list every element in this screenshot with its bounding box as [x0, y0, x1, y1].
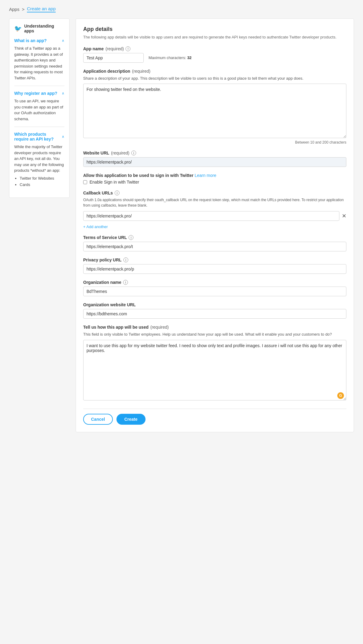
- allow-signin-section: Allow this application to be used to sig…: [83, 173, 346, 184]
- sidebar-section-title-2: Why register an app?: [14, 91, 57, 96]
- description-required: (required): [132, 69, 151, 74]
- chevron-up-icon-1: ∧: [62, 38, 64, 43]
- sidebar-section-header-1[interactable]: What is an app? ∧: [14, 38, 64, 43]
- list-item-cards: Cards: [20, 182, 64, 188]
- sidebar: 🐦 Understanding apps What is an app? ∧ T…: [9, 18, 70, 198]
- sidebar-header: 🐦 Understanding apps: [14, 24, 64, 33]
- website-url-input[interactable]: [83, 157, 346, 167]
- description-char-hint: Between 10 and 200 characters: [83, 140, 346, 144]
- section-subtitle: The following app details will be visibl…: [83, 34, 346, 40]
- allow-signin-title: Allow this application to be used to sig…: [83, 173, 346, 178]
- chevron-up-icon-3: ∧: [62, 134, 64, 139]
- field-group-org-name: Organization name i: [83, 280, 346, 296]
- app-name-input-wrap: Maximum characters: 32: [83, 53, 346, 63]
- app-name-required: (required): [106, 46, 124, 51]
- privacy-label: Privacy policy URL i: [83, 257, 346, 262]
- enable-signin-row: Enable Sign in with Twitter: [83, 180, 346, 184]
- description-hint: Share a description of your app. This de…: [83, 75, 346, 81]
- breadcrumb-separator: >: [22, 7, 25, 12]
- sidebar-section-header-2[interactable]: Why register an app? ∧: [14, 91, 64, 96]
- breadcrumb-apps[interactable]: Apps: [9, 7, 19, 12]
- chevron-up-icon-2: ∧: [62, 91, 64, 95]
- sidebar-section-title-3: Which products require an API key?: [14, 132, 62, 141]
- callback-label: Callback URLs i: [83, 191, 346, 195]
- org-name-input[interactable]: [83, 287, 346, 296]
- allow-signin-learn-more[interactable]: Learn more: [195, 173, 216, 178]
- tos-url-input[interactable]: [83, 242, 346, 251]
- callback-info-icon[interactable]: i: [115, 191, 119, 195]
- sidebar-section-why-register: Why register an app? ∧ To use an API, we…: [14, 91, 64, 122]
- grammarly-icon: G: [337, 392, 344, 399]
- clear-callback-icon[interactable]: ✕: [342, 213, 346, 219]
- app-name-label: App name (required) i: [83, 46, 346, 51]
- app-name-info-icon[interactable]: i: [126, 46, 130, 51]
- website-url-info-icon[interactable]: i: [131, 151, 136, 155]
- tell-us-hint: This field is only visible to Twitter em…: [83, 331, 346, 337]
- tos-info-icon[interactable]: i: [129, 235, 133, 240]
- tell-us-label-row: Tell us how this app will be used (requi…: [83, 325, 346, 330]
- page-wrapper: Apps > Create an app 🐦 Understanding app…: [0, 0, 363, 644]
- sidebar-section-content-2: To use an API, we require you create an …: [14, 98, 64, 122]
- description-label: Application description (required): [83, 69, 346, 74]
- app-name-input[interactable]: [83, 53, 144, 63]
- callback-description: OAuth 1.0a applications should specify t…: [83, 197, 346, 208]
- website-url-required: (required): [111, 151, 129, 155]
- breadcrumb-current: Create an app: [27, 6, 56, 12]
- main-layout: 🐦 Understanding apps What is an app? ∧ T…: [9, 18, 354, 432]
- sidebar-section-which-products: Which products require an API key? ∧ Whi…: [14, 132, 64, 188]
- section-title: App details: [83, 26, 346, 32]
- field-group-tell-us: Tell us how this app will be used (requi…: [83, 325, 346, 401]
- org-website-label: Organization website URL: [83, 302, 346, 307]
- privacy-info-icon[interactable]: i: [123, 257, 128, 262]
- field-group-tos: Terms of Service URL i: [83, 235, 346, 251]
- twitter-bird-icon: 🐦: [14, 25, 22, 32]
- sidebar-section-title-1: What is an app?: [14, 38, 47, 43]
- org-name-label: Organization name i: [83, 280, 346, 285]
- max-chars-value: 32: [187, 55, 191, 60]
- tell-us-textarea[interactable]: [83, 340, 346, 400]
- create-button[interactable]: Create: [116, 414, 146, 425]
- org-name-info-icon[interactable]: i: [123, 280, 128, 285]
- max-chars-label: Maximum characters: 32: [149, 55, 191, 60]
- callback-input-row: ✕: [83, 211, 346, 221]
- field-group-app-name: App name (required) i Maximum characters…: [83, 46, 346, 63]
- website-url-label: Website URL (required) i: [83, 151, 346, 155]
- breadcrumb: Apps > Create an app: [9, 6, 354, 12]
- field-group-website-url: Website URL (required) i: [83, 151, 346, 167]
- field-group-callback: Callback URLs i OAuth 1.0a applications …: [83, 191, 346, 229]
- sidebar-section-header-3[interactable]: Which products require an API key? ∧: [14, 132, 64, 141]
- divider-1: [14, 86, 64, 86]
- buttons-row: Cancel Create: [83, 409, 346, 425]
- sidebar-title: Understanding apps: [24, 24, 64, 33]
- enable-signin-label[interactable]: Enable Sign in with Twitter: [90, 180, 139, 184]
- field-group-org-website: Organization website URL: [83, 302, 346, 319]
- tell-us-textarea-wrap: G: [83, 340, 346, 401]
- sidebar-section-content-1: Think of a Twitter app as a gateway. It …: [14, 45, 64, 81]
- tos-label: Terms of Service URL i: [83, 235, 346, 240]
- callback-url-input[interactable]: [83, 211, 339, 221]
- cancel-button[interactable]: Cancel: [83, 414, 113, 425]
- org-website-input[interactable]: [83, 309, 346, 319]
- add-another-button[interactable]: + Add another: [83, 224, 108, 229]
- sidebar-list: Twitter for Websites Cards: [14, 175, 64, 188]
- field-group-privacy: Privacy policy URL i: [83, 257, 346, 274]
- sidebar-section-what-is: What is an app? ∧ Think of a Twitter app…: [14, 38, 64, 81]
- privacy-url-input[interactable]: [83, 264, 346, 274]
- description-textarea-wrap: [83, 84, 346, 139]
- description-textarea[interactable]: [83, 84, 346, 138]
- field-group-description: Application description (required) Share…: [83, 69, 346, 145]
- enable-signin-checkbox[interactable]: [83, 180, 87, 184]
- divider-2: [14, 127, 64, 127]
- sidebar-section-content-3: While the majority of Twitter developer …: [14, 144, 64, 188]
- list-item-twitter-websites: Twitter for Websites: [20, 175, 64, 181]
- main-content: App details The following app details wi…: [76, 18, 354, 432]
